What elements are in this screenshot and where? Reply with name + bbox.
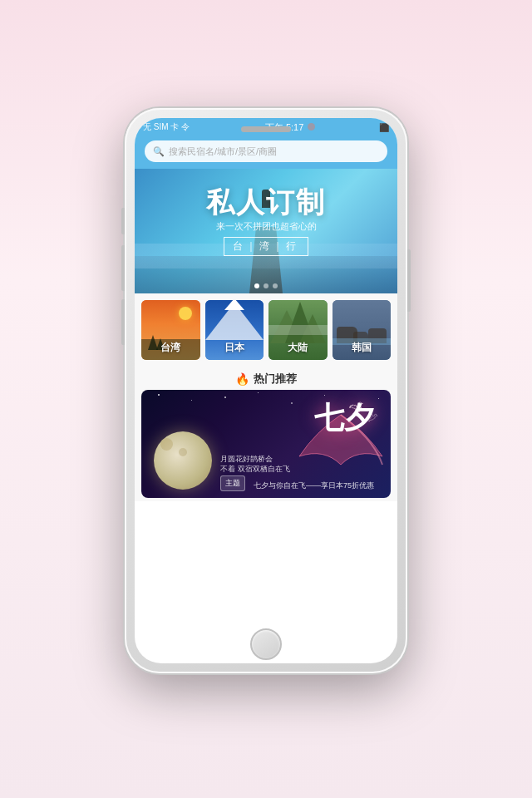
- camera: [308, 123, 315, 131]
- hero-dot-2: [264, 283, 268, 288]
- search-icon: 🔍: [153, 146, 165, 157]
- hero-tag: 台｜湾｜行: [224, 237, 308, 256]
- hero-dot-1: [254, 283, 259, 288]
- qixi-title: 七夕: [314, 398, 374, 439]
- phone-mockup: 无 SIM 卡 令 下午 5:17 ⬛ 🔍 搜索民宿名/城市/景区/商圈: [125, 108, 407, 673]
- hot-icon: 🔥: [235, 372, 249, 386]
- qixi-moon: [154, 431, 212, 490]
- category-korea-label: 韩国: [332, 341, 392, 355]
- search-input[interactable]: 🔍 搜索民宿名/城市/景区/商圈: [145, 140, 387, 162]
- home-button: [250, 628, 282, 660]
- status-carrier: 无 SIM 卡 令: [143, 121, 190, 133]
- side-button-volume-down: [121, 299, 125, 345]
- hero-title: 私人订制: [206, 184, 326, 222]
- hot-section-title: 热门推荐: [254, 372, 297, 387]
- search-bar-container: 🔍 搜索民宿名/城市/景区/商圈: [135, 136, 397, 169]
- qixi-sub2: 不着 双宿双栖自在飞: [220, 464, 290, 475]
- category-japan[interactable]: 日本: [205, 300, 264, 360]
- hot-section: 🔥 热门推荐: [135, 365, 397, 501]
- hero-subtitle: 来一次不拼团也超省心的: [216, 220, 317, 233]
- search-placeholder: 搜索民宿名/城市/景区/商圈: [169, 145, 277, 158]
- qixi-badge: 主题: [220, 475, 245, 491]
- speaker: [241, 126, 291, 132]
- status-icons: ⬛: [379, 123, 389, 132]
- hero-dot-3: [273, 283, 278, 288]
- category-korea[interactable]: 韩国: [332, 300, 392, 360]
- category-taiwan[interactable]: 台湾: [141, 300, 200, 360]
- category-japan-label: 日本: [205, 341, 264, 355]
- phone-screen: 无 SIM 卡 令 下午 5:17 ⬛ 🔍 搜索民宿名/城市/景区/商圈: [135, 118, 397, 663]
- qixi-banner[interactable]: 🕊 🕊 七夕 月圆花好鹊桥会 不着 双宿双栖自在飞 主题 七夕与你自在飞——享日…: [141, 390, 391, 498]
- side-button-volume-up: [121, 245, 125, 291]
- category-mainland-label: 大陆: [268, 341, 328, 355]
- hero-dots: [254, 283, 278, 288]
- hot-header: 🔥 热门推荐: [135, 368, 397, 390]
- category-mainland[interactable]: 大陆: [268, 300, 328, 360]
- battery-icon: ⬛: [379, 123, 389, 132]
- qixi-promo: 七夕与你自在飞——享日本75折优惠: [254, 480, 374, 491]
- side-button-power: [407, 249, 411, 312]
- hero-banner[interactable]: 私人订制 来一次不拼团也超省心的 台｜湾｜行: [135, 169, 397, 293]
- category-taiwan-label: 台湾: [141, 341, 200, 355]
- side-button-mute: [121, 208, 125, 234]
- category-grid: 台湾 日本: [135, 293, 397, 365]
